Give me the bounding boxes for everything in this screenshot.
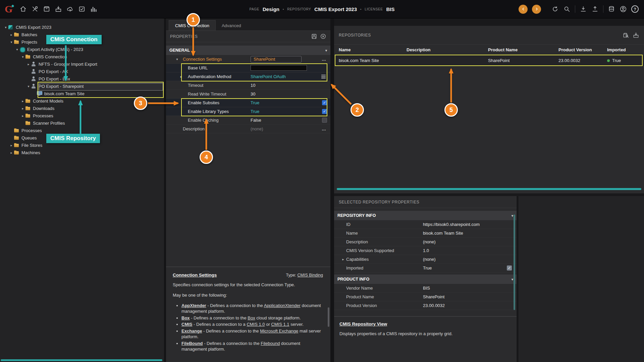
expander-icon[interactable]: ▸ [20, 107, 25, 110]
tree-item-po-export-box[interactable]: PO Export - Box [0, 75, 164, 82]
property-value[interactable]: SharePoint OAuth [251, 74, 286, 79]
tree-item-bisok-team-site[interactable]: bisok.com Team Site [0, 90, 164, 97]
property-row-base-url[interactable]: Base URL [166, 64, 330, 72]
tree-item-queues[interactable]: Queues [0, 134, 164, 141]
column-header-description[interactable]: Description [407, 47, 488, 52]
selected-repository-scrollbar[interactable] [514, 215, 515, 310]
tools-icon[interactable] [31, 5, 39, 13]
expander-icon[interactable]: ▸ [20, 99, 25, 103]
property-row-read-write-timeout[interactable]: Read Write Timeout 30 [166, 90, 330, 99]
expander-icon[interactable]: ▸ [20, 114, 25, 118]
column-header-product-name[interactable]: Product Name [488, 47, 558, 52]
connection-settings-combobox[interactable]: SharePoint [251, 56, 302, 63]
tree-item-batches[interactable]: ▸Batches [0, 31, 164, 38]
tab-cmis-connection[interactable]: CMIS Connection [169, 20, 216, 31]
group-header-repository-info[interactable]: REPOSITORY INFO ▾ [334, 211, 517, 220]
expander-icon[interactable]: ▾ [15, 48, 19, 51]
chevron-down-icon[interactable]: ▾ [325, 49, 327, 52]
expander-icon[interactable]: ▾ [3, 25, 8, 29]
forward-button[interactable] [532, 5, 541, 14]
expander-icon[interactable]: ▾ [26, 84, 31, 88]
expander-icon[interactable]: ▾ [20, 55, 25, 59]
home-icon[interactable] [19, 5, 27, 13]
ellipsis-button[interactable]: … [322, 126, 330, 131]
property-row-product-name[interactable]: Product Name SharePoint [334, 293, 517, 301]
expander-icon[interactable]: ▸ [9, 33, 14, 37]
repositories-horizontal-scrollbar[interactable] [337, 188, 641, 190]
tree-item-processes[interactable]: Processes [0, 127, 164, 134]
tab-advanced[interactable]: Advanced [216, 20, 247, 31]
save-icon[interactable] [311, 33, 317, 40]
cmis-11-link[interactable]: CMIS 1.1 [271, 322, 289, 327]
tree-item-processes-inner[interactable]: ▸Processes [0, 112, 164, 119]
database-stack-icon[interactable] [608, 5, 615, 13]
property-row-description[interactable]: Description (none) [334, 238, 517, 246]
property-row-imported[interactable]: Imported True [334, 264, 517, 273]
repository-table-row[interactable]: bisok.com Team Site SharePoint 23.00.003… [334, 55, 644, 66]
column-header-name[interactable]: Name [339, 47, 407, 52]
property-row-product-version[interactable]: Product Version 23.00.0032 [334, 301, 517, 310]
expander-icon[interactable]: ▸ [9, 151, 14, 155]
cmis-10-link[interactable]: CMIS 1.0 [247, 322, 265, 327]
property-value[interactable]: False [251, 118, 261, 123]
checkbox-checked[interactable] [322, 109, 327, 114]
property-row-vendor-name[interactable]: Vendor Name BIS [334, 284, 517, 293]
property-value[interactable]: (none) [251, 126, 263, 131]
filebound-platform-link[interactable]: Filebound [261, 341, 280, 346]
expander-icon[interactable]: ▾ [9, 40, 14, 44]
checkbox-unchecked[interactable] [322, 118, 327, 123]
filebound-link[interactable]: FileBound [181, 341, 203, 346]
refresh-icon[interactable] [551, 5, 559, 13]
microsoft-exchange-link[interactable]: Microsoft Exchange [260, 328, 298, 334]
property-row-cmis-version[interactable]: CMIS Version Supported 1.0 [334, 246, 517, 255]
chevron-down-icon[interactable]: ▾ [512, 278, 513, 281]
chevron-down-icon[interactable]: ▾ [512, 214, 513, 218]
expander-icon[interactable]: ▸ [341, 257, 345, 261]
column-header-product-version[interactable]: Product Version [558, 47, 607, 52]
column-header-imported[interactable]: Imported [607, 47, 639, 52]
tree-item-nfts-grooper-import-export[interactable]: ▸NFTS - Grooper Import Export [0, 60, 164, 68]
tree-item-cmis-connection[interactable]: ▾CMIS Connection [0, 53, 164, 60]
property-row-capabilities[interactable]: ▸ Capabilities (none) [334, 255, 517, 264]
tree-item-downloads[interactable]: ▸Downloads [0, 105, 164, 112]
group-header-product-info[interactable]: PRODUCT INFO ▾ [334, 275, 517, 284]
property-row-id[interactable]: ID https://bisok0.sharepoint.com [334, 220, 517, 229]
property-row-timeout[interactable]: Timeout 10 [166, 81, 330, 90]
property-value[interactable]: True [251, 109, 259, 114]
checkbox-checked[interactable] [507, 265, 512, 270]
close-icon[interactable] [320, 33, 326, 40]
tree-item-machines[interactable]: ▸Machines [0, 149, 164, 156]
group-header-general[interactable]: GENERAL ▾ [166, 46, 330, 55]
back-button[interactable] [519, 5, 528, 14]
download-icon[interactable] [580, 5, 587, 13]
tree-item-file-stores[interactable]: ▸File Stores [0, 141, 164, 149]
base-url-input[interactable] [251, 65, 307, 71]
expander-icon[interactable]: ▸ [26, 62, 31, 66]
tree-item-po-export-ax[interactable]: PO Export - AX [0, 68, 164, 75]
property-value[interactable]: True [251, 100, 259, 105]
search-icon[interactable] [563, 5, 571, 13]
upload-icon[interactable] [591, 5, 599, 13]
archive-box-icon[interactable] [43, 5, 50, 13]
tree-item-content-models[interactable]: ▸Content Models [0, 97, 164, 105]
tree-item-po-export-sharepoint[interactable]: ▾PO Export - Sharepoint [0, 82, 164, 90]
property-row-authentication-method[interactable]: ▸ Authentication Method SharePoint OAuth [166, 72, 330, 81]
property-row-enable-caching[interactable]: Enable Caching False [166, 116, 330, 125]
expander-icon[interactable]: ▸ [9, 143, 14, 147]
checkbox-checked[interactable] [322, 100, 327, 105]
tree-item-cmis-export-2023[interactable]: ▾CMIS Export 2023 [0, 23, 164, 31]
cloud-upload-icon[interactable] [66, 5, 74, 13]
bar-chart-icon[interactable] [90, 5, 97, 13]
applicationxtender-link[interactable]: ApplicationXtender [264, 303, 301, 308]
help-vertical-scrollbar[interactable] [328, 307, 329, 327]
box-check-icon[interactable] [78, 5, 86, 13]
tree-horizontal-scrollbar[interactable] [1, 359, 162, 361]
ellipsis-button[interactable]: … [322, 57, 330, 62]
menu-icon[interactable] [321, 75, 326, 78]
tree-item-projects[interactable]: ▾Projects [0, 38, 164, 46]
property-row-enable-library-types[interactable]: Enable Library Types True [166, 107, 330, 116]
cmis-link[interactable]: CMIS [181, 322, 193, 327]
property-row-enable-subsites[interactable]: Enable Subsites True [166, 99, 330, 107]
discover-repositories-icon[interactable] [623, 32, 629, 39]
box-link[interactable]: Box [181, 315, 190, 320]
